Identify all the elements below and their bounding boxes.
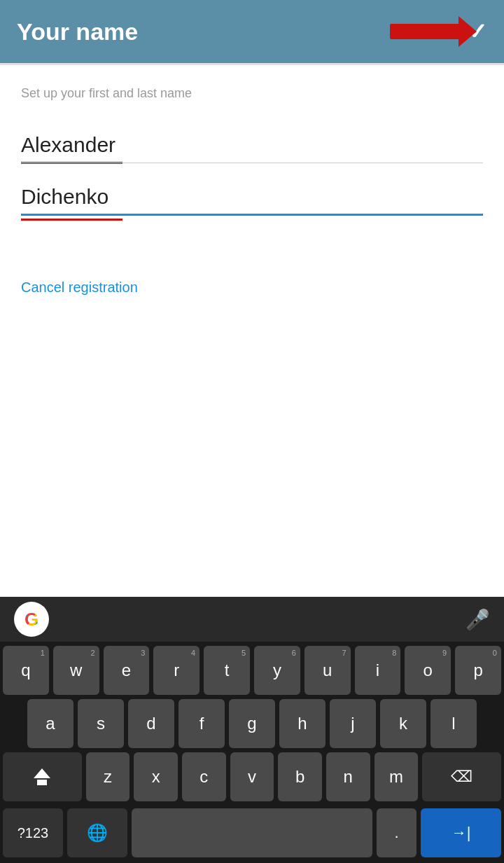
key-v[interactable]: v	[230, 752, 274, 801]
key-r[interactable]: r4	[153, 646, 200, 695]
key-k[interactable]: k	[380, 699, 426, 748]
key-x[interactable]: x	[134, 752, 178, 801]
keyboard-toolbar: G 🎤	[0, 597, 504, 642]
key-f[interactable]: f	[178, 699, 225, 748]
keyboard: G 🎤 q1 w2 e3 r4 t5 y6 u7 i8 o9 p0 a s d …	[0, 597, 504, 863]
keyboard-keys: q1 w2 e3 r4 t5 y6 u7 i8 o9 p0 a s d f g …	[0, 642, 504, 808]
backspace-icon: ⌫	[451, 768, 472, 786]
shift-key[interactable]	[3, 752, 82, 801]
key-a[interactable]: a	[27, 699, 74, 748]
key-h[interactable]: h	[279, 699, 326, 748]
key-e[interactable]: e3	[104, 646, 150, 695]
key-row-3: z x c v b n m ⌫	[3, 752, 501, 801]
globe-key[interactable]: 🌐	[67, 808, 127, 857]
last-name-group	[21, 181, 483, 221]
key-g[interactable]: g	[229, 699, 275, 748]
backspace-key[interactable]: ⌫	[422, 752, 501, 801]
key-d[interactable]: d	[128, 699, 174, 748]
key-c[interactable]: c	[182, 752, 226, 801]
keyboard-bottom-row: ?123 🌐 . →|	[0, 808, 504, 863]
key-m[interactable]: m	[374, 752, 419, 801]
key-s[interactable]: s	[78, 699, 124, 748]
key-n[interactable]: n	[326, 752, 370, 801]
key-z[interactable]: z	[86, 752, 130, 801]
key-b[interactable]: b	[278, 752, 322, 801]
app-header: Your name ✓	[0, 0, 504, 63]
key-w[interactable]: w2	[53, 646, 99, 695]
first-name-input[interactable]	[21, 129, 483, 163]
key-q[interactable]: q1	[3, 646, 49, 695]
key-o[interactable]: o9	[405, 646, 451, 695]
page-title: Your name	[17, 18, 138, 46]
period-key[interactable]: .	[377, 808, 416, 857]
key-y[interactable]: y6	[254, 646, 300, 695]
key-l[interactable]: l	[430, 699, 477, 748]
arrow-icon	[390, 24, 460, 39]
shift-icon	[34, 768, 50, 785]
key-row-2: a s d f g h j k l	[3, 699, 501, 748]
last-name-underline-red	[21, 219, 122, 221]
key-i[interactable]: i8	[355, 646, 401, 695]
key-j[interactable]: j	[330, 699, 376, 748]
cancel-registration-link[interactable]: Cancel registration	[21, 279, 138, 296]
key-u[interactable]: u7	[304, 646, 351, 695]
symbols-key[interactable]: ?123	[3, 808, 63, 857]
key-row-1: q1 w2 e3 r4 t5 y6 u7 i8 o9 p0	[3, 646, 501, 695]
space-key[interactable]	[132, 808, 372, 857]
form-subtitle: Set up your first and last name	[21, 86, 483, 101]
enter-key[interactable]: →|	[421, 808, 501, 857]
key-t[interactable]: t5	[204, 646, 250, 695]
last-name-input[interactable]	[21, 181, 483, 215]
google-logo: G	[24, 609, 38, 630]
microphone-icon[interactable]: 🎤	[465, 608, 490, 631]
first-name-group	[21, 129, 483, 164]
form-content: Set up your first and last name	[0, 65, 504, 221]
key-p[interactable]: p0	[455, 646, 501, 695]
google-keyboard-button[interactable]: G	[14, 602, 49, 637]
header-actions: ✓	[390, 18, 487, 45]
